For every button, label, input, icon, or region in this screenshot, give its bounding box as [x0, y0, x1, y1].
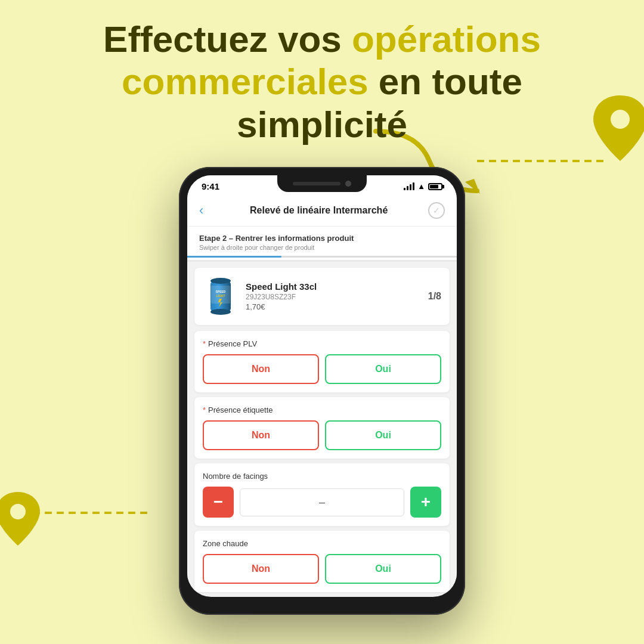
svg-text:LIGHT: LIGHT [216, 294, 225, 298]
step-progress-fill [187, 256, 281, 258]
presence-etiquette-section: *Présence étiquette Non Oui [194, 397, 450, 459]
facings-minus-button[interactable]: − [203, 487, 234, 518]
app-title: Relevé de linéaire Intermarché [209, 205, 428, 216]
zone-oui-button[interactable]: Oui [325, 554, 441, 584]
check-mark: ✓ [433, 206, 440, 215]
phone-notch [277, 175, 367, 192]
zone-chaude-section: Zone chaude Non Oui [194, 531, 450, 592]
phone-wrapper: 9:41 ▲ ‹ Relevé de linéai [179, 167, 465, 615]
step-title: Etape 2 – Rentrer les informations produ… [199, 234, 445, 243]
notch-dot [345, 181, 351, 187]
dashed-line-bottom [33, 504, 152, 522]
notch-bar [293, 182, 340, 185]
signal-bar-2 [407, 186, 408, 190]
plv-non-button[interactable]: Non [203, 354, 319, 384]
etiquette-non-button[interactable]: Non [203, 420, 319, 450]
dashed-line-right [477, 152, 608, 170]
signal-bar-4 [413, 182, 414, 190]
product-price: 1,70€ [246, 302, 421, 311]
product-can-icon: SPEED LIGHT [207, 276, 234, 317]
facings-section: Nombre de facings − – + [194, 463, 450, 526]
zone-chaude-label: Zone chaude [203, 539, 441, 548]
product-image: SPEED LIGHT [203, 275, 239, 318]
etiquette-oui-button[interactable]: Oui [325, 420, 441, 450]
phone-device: 9:41 ▲ ‹ Relevé de linéai [179, 167, 465, 615]
required-star-plv: * [203, 339, 206, 348]
product-info: Speed Light 33cl 29J23U8SZ23F 1,70€ [246, 281, 421, 311]
presence-plv-buttons: Non Oui [203, 354, 441, 384]
facings-plus-button[interactable]: + [410, 487, 441, 518]
zone-chaude-buttons: Non Oui [203, 554, 441, 584]
step-header: Etape 2 – Rentrer les informations produ… [187, 227, 457, 262]
step-subtitle: Swiper à droite pour changer de produit [199, 244, 445, 251]
plv-oui-button[interactable]: Oui [325, 354, 441, 384]
status-time: 9:41 [202, 181, 219, 191]
presence-plv-label-text: Présence PLV [208, 339, 257, 348]
battery-fill [430, 185, 438, 188]
app-content: Etape 2 – Rentrer les informations produ… [187, 227, 457, 592]
product-card: SPEED LIGHT Speed Light 33cl 29J23U8SZ23… [194, 268, 450, 325]
svg-point-3 [10, 504, 26, 519]
facings-value: – [240, 488, 404, 516]
signal-bars-icon [404, 182, 414, 190]
presence-etiquette-label: *Présence étiquette [203, 405, 441, 414]
back-button[interactable]: ‹ [199, 203, 203, 218]
presence-plv-label: *Présence PLV [203, 339, 441, 348]
product-counter: 1/8 [428, 291, 441, 302]
signal-bar-3 [410, 184, 411, 190]
facings-controls: − – + [203, 487, 441, 518]
product-code: 29J23U8SZ23F [246, 293, 421, 301]
presence-etiquette-buttons: Non Oui [203, 420, 441, 450]
zone-non-button[interactable]: Non [203, 554, 319, 584]
headline: Effectuez vos opérations commerciales en… [0, 18, 644, 145]
step-progress-bar [187, 256, 457, 258]
svg-point-7 [210, 309, 231, 315]
presence-etiquette-label-text: Présence étiquette [208, 405, 273, 414]
phone-screen: 9:41 ▲ ‹ Relevé de linéai [187, 175, 457, 597]
signal-bar-1 [404, 188, 405, 190]
app-navbar: ‹ Relevé de linéaire Intermarché ✓ [187, 195, 457, 227]
presence-plv-section: *Présence PLV Non Oui [194, 331, 450, 392]
headline-part1: Effectuez vos [103, 18, 352, 60]
svg-point-6 [210, 278, 231, 284]
battery-icon [428, 183, 442, 190]
facings-label: Nombre de facings [203, 472, 441, 481]
check-icon: ✓ [428, 202, 445, 219]
status-icons: ▲ [404, 182, 442, 191]
required-star-etiquette: * [203, 405, 206, 414]
product-name: Speed Light 33cl [246, 281, 421, 292]
wifi-icon: ▲ [417, 182, 425, 191]
svg-text:SPEED: SPEED [216, 290, 226, 293]
